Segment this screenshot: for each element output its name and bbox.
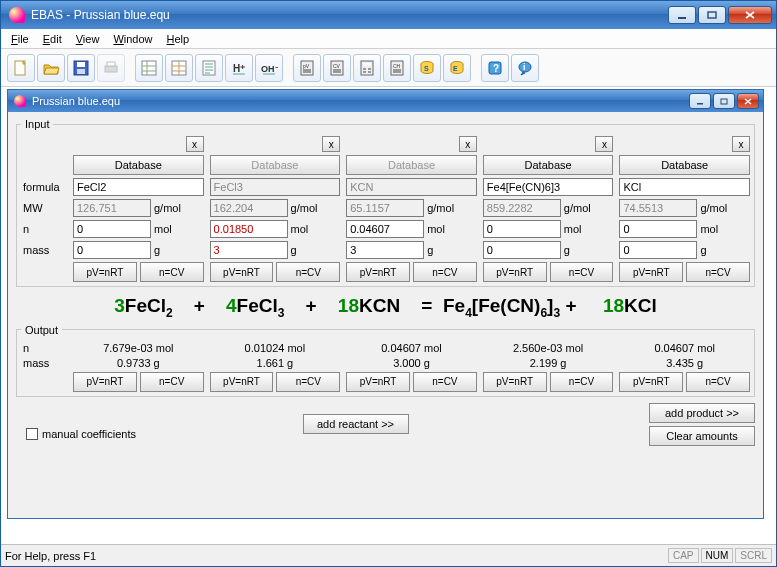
svg-rect-27 <box>393 69 401 73</box>
svg-text:CH: CH <box>393 63 401 69</box>
ncv-in-1[interactable]: n=CV <box>276 262 340 282</box>
add-reactant-button[interactable]: add reactant >> <box>303 414 409 434</box>
menu-view[interactable]: View <box>70 31 106 47</box>
svg-rect-22 <box>368 68 371 70</box>
mass-input-3[interactable] <box>483 241 561 259</box>
manual-coeff-checkbox[interactable] <box>26 428 38 440</box>
formula-input-2[interactable] <box>346 178 477 196</box>
database-button-0[interactable]: Database <box>73 155 204 175</box>
pvnrt-out-4[interactable]: pV=nRT <box>619 372 683 392</box>
row-n: n <box>21 223 67 235</box>
pvnrt-out-0[interactable]: pV=nRT <box>73 372 137 392</box>
mw-input-0[interactable] <box>73 199 151 217</box>
clear-col-1[interactable]: x <box>322 136 340 152</box>
mw-input-4[interactable] <box>619 199 697 217</box>
svg-rect-4 <box>77 62 85 67</box>
ncv-out-3[interactable]: n=CV <box>550 372 614 392</box>
maximize-button[interactable] <box>698 6 726 24</box>
pvnrt-out-3[interactable]: pV=nRT <box>483 372 547 392</box>
clear-col-2[interactable]: x <box>459 136 477 152</box>
table2-icon[interactable] <box>165 54 193 82</box>
db1-icon[interactable]: S <box>413 54 441 82</box>
ncv-in-2[interactable]: n=CV <box>413 262 477 282</box>
formula-input-0[interactable] <box>73 178 204 196</box>
n-input-1[interactable] <box>210 220 288 238</box>
n-input-0[interactable] <box>73 220 151 238</box>
formula-input-4[interactable] <box>619 178 750 196</box>
child-minimize-button[interactable] <box>689 93 711 109</box>
database-button-1[interactable]: Database <box>210 155 341 175</box>
child-maximize-button[interactable] <box>713 93 735 109</box>
formula-input-3[interactable] <box>483 178 614 196</box>
minimize-button[interactable] <box>668 6 696 24</box>
n-input-2[interactable] <box>346 220 424 238</box>
n-input-3[interactable] <box>483 220 561 238</box>
database-button-3[interactable]: Database <box>483 155 614 175</box>
out-n-3: 2.560e-03 mol <box>483 342 614 354</box>
n-input-4[interactable] <box>619 220 697 238</box>
print-icon[interactable] <box>97 54 125 82</box>
mw-input-3[interactable] <box>483 199 561 217</box>
child-close-button[interactable] <box>737 93 759 109</box>
clear-amounts-button[interactable]: Clear amounts <box>649 426 755 446</box>
clear-col-0[interactable]: x <box>186 136 204 152</box>
child-title: Prussian blue.equ <box>32 95 689 107</box>
ncv-out-1[interactable]: n=CV <box>276 372 340 392</box>
clear-col-4[interactable]: x <box>732 136 750 152</box>
ncv-out-2[interactable]: n=CV <box>413 372 477 392</box>
row-mw: MW <box>21 202 67 214</box>
pvnrt-in-0[interactable]: pV=nRT <box>73 262 137 282</box>
mw-input-2[interactable] <box>346 199 424 217</box>
calc2-icon[interactable]: CV <box>323 54 351 82</box>
clear-col-3[interactable]: x <box>595 136 613 152</box>
pvnrt-in-3[interactable]: pV=nRT <box>483 262 547 282</box>
help-icon[interactable]: ? <box>481 54 509 82</box>
svg-rect-1 <box>708 12 716 18</box>
mass-input-1[interactable] <box>210 241 288 259</box>
new-icon[interactable] <box>7 54 35 82</box>
database-button-2[interactable]: Database <box>346 155 477 175</box>
ohminus-icon[interactable]: OH⁻ <box>255 54 283 82</box>
svg-rect-5 <box>77 69 85 74</box>
add-product-button[interactable]: add product >> <box>649 403 755 423</box>
pvnrt-in-2[interactable]: pV=nRT <box>346 262 410 282</box>
hplus-icon[interactable]: H⁺ <box>225 54 253 82</box>
calc4-icon[interactable]: CH <box>383 54 411 82</box>
formula-input-1[interactable] <box>210 178 341 196</box>
ncv-out-0[interactable]: n=CV <box>140 372 204 392</box>
ncv-out-4[interactable]: n=CV <box>686 372 750 392</box>
menu-window[interactable]: Window <box>107 31 158 47</box>
svg-text:H⁺: H⁺ <box>233 63 245 74</box>
open-icon[interactable] <box>37 54 65 82</box>
out-n-1: 0.01024 mol <box>210 342 341 354</box>
pvnrt-in-4[interactable]: pV=nRT <box>619 262 683 282</box>
info-icon[interactable]: i <box>511 54 539 82</box>
menu-edit[interactable]: Edit <box>37 31 68 47</box>
ncv-in-0[interactable]: n=CV <box>140 262 204 282</box>
doc-icon <box>14 95 26 107</box>
db2-icon[interactable]: E <box>443 54 471 82</box>
pvnrt-out-2[interactable]: pV=nRT <box>346 372 410 392</box>
ncv-in-3[interactable]: n=CV <box>550 262 614 282</box>
svg-rect-0 <box>678 17 686 19</box>
main-window: EBAS - Prussian blue.equ File Edit View … <box>0 0 777 567</box>
ncv-in-4[interactable]: n=CV <box>686 262 750 282</box>
pvnrt-out-1[interactable]: pV=nRT <box>210 372 274 392</box>
pvnrt-in-1[interactable]: pV=nRT <box>210 262 274 282</box>
menu-file[interactable]: File <box>5 31 35 47</box>
mw-input-1[interactable] <box>210 199 288 217</box>
save-icon[interactable] <box>67 54 95 82</box>
table1-icon[interactable] <box>135 54 163 82</box>
calc3-icon[interactable] <box>353 54 381 82</box>
mass-input-2[interactable] <box>346 241 424 259</box>
out-mass-4: 3.435 g <box>619 357 750 369</box>
app-icon <box>9 7 25 23</box>
mass-input-0[interactable] <box>73 241 151 259</box>
database-button-4[interactable]: Database <box>619 155 750 175</box>
menu-help[interactable]: Help <box>161 31 196 47</box>
mass-input-4[interactable] <box>619 241 697 259</box>
calc1-icon[interactable]: pV <box>293 54 321 82</box>
notes-icon[interactable] <box>195 54 223 82</box>
close-button[interactable] <box>728 6 772 24</box>
out-mass-1: 1.661 g <box>210 357 341 369</box>
